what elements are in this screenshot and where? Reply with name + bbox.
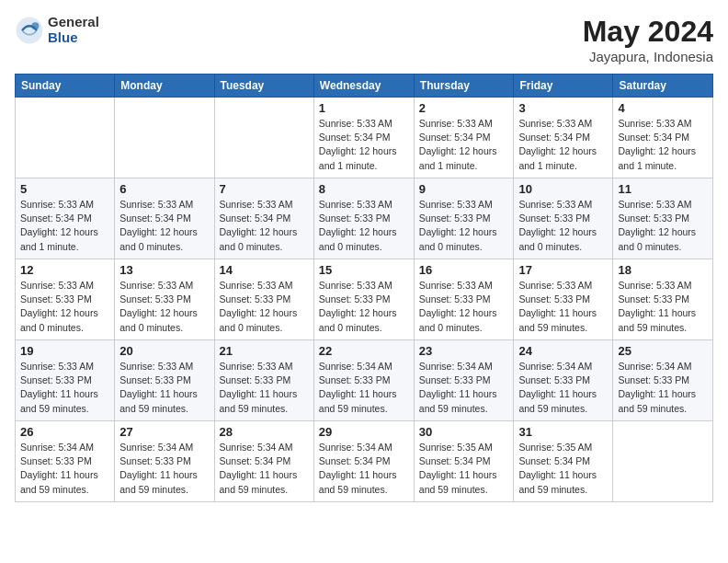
calendar-cell: 26Sunrise: 5:34 AM Sunset: 5:33 PM Dayli… <box>16 421 115 502</box>
day-number: 27 <box>119 425 209 439</box>
calendar-cell: 2Sunrise: 5:33 AM Sunset: 5:34 PM Daylig… <box>414 98 514 178</box>
svg-point-0 <box>17 17 43 43</box>
day-number: 12 <box>20 263 109 277</box>
day-number: 4 <box>618 101 708 115</box>
day-number: 21 <box>220 344 309 358</box>
day-number: 2 <box>419 101 509 115</box>
day-info: Sunrise: 5:34 AM Sunset: 5:33 PM Dayligh… <box>419 360 509 416</box>
logo-blue-text: Blue <box>48 30 99 46</box>
day-info: Sunrise: 5:33 AM Sunset: 5:33 PM Dayligh… <box>20 279 109 335</box>
day-info: Sunrise: 5:33 AM Sunset: 5:33 PM Dayligh… <box>618 198 708 254</box>
day-info: Sunrise: 5:33 AM Sunset: 5:33 PM Dayligh… <box>518 198 608 254</box>
day-info: Sunrise: 5:33 AM Sunset: 5:33 PM Dayligh… <box>20 360 109 416</box>
day-number: 14 <box>220 263 309 277</box>
day-number: 11 <box>618 182 708 196</box>
calendar-cell: 27Sunrise: 5:34 AM Sunset: 5:33 PM Dayli… <box>115 421 214 502</box>
day-number: 16 <box>419 263 509 277</box>
calendar-cell: 5Sunrise: 5:33 AM Sunset: 5:34 PM Daylig… <box>16 178 115 259</box>
day-number: 15 <box>319 263 409 277</box>
day-info: Sunrise: 5:33 AM Sunset: 5:34 PM Dayligh… <box>220 198 309 254</box>
day-info: Sunrise: 5:34 AM Sunset: 5:34 PM Dayligh… <box>220 441 309 497</box>
calendar-cell: 20Sunrise: 5:33 AM Sunset: 5:33 PM Dayli… <box>115 340 214 421</box>
calendar-cell: 30Sunrise: 5:35 AM Sunset: 5:34 PM Dayli… <box>414 421 514 502</box>
weekday-header-sunday: Sunday <box>16 75 115 98</box>
day-number: 31 <box>518 425 608 439</box>
calendar-cell: 12Sunrise: 5:33 AM Sunset: 5:33 PM Dayli… <box>16 259 115 340</box>
calendar-cell: 24Sunrise: 5:34 AM Sunset: 5:33 PM Dayli… <box>514 340 613 421</box>
day-info: Sunrise: 5:33 AM Sunset: 5:33 PM Dayligh… <box>220 279 309 335</box>
logo: General Blue <box>15 15 99 45</box>
day-number: 29 <box>319 425 409 439</box>
calendar-cell <box>115 98 214 178</box>
calendar-cell: 1Sunrise: 5:33 AM Sunset: 5:34 PM Daylig… <box>313 98 414 178</box>
calendar-cell: 11Sunrise: 5:33 AM Sunset: 5:33 PM Dayli… <box>613 178 713 259</box>
day-info: Sunrise: 5:33 AM Sunset: 5:33 PM Dayligh… <box>518 279 608 335</box>
day-info: Sunrise: 5:34 AM Sunset: 5:33 PM Dayligh… <box>518 360 608 416</box>
calendar-cell: 6Sunrise: 5:33 AM Sunset: 5:34 PM Daylig… <box>115 178 214 259</box>
calendar-cell: 10Sunrise: 5:33 AM Sunset: 5:33 PM Dayli… <box>514 178 613 259</box>
day-info: Sunrise: 5:33 AM Sunset: 5:33 PM Dayligh… <box>419 198 509 254</box>
weekday-header-wednesday: Wednesday <box>313 75 414 98</box>
day-info: Sunrise: 5:33 AM Sunset: 5:34 PM Dayligh… <box>618 117 708 173</box>
calendar-cell: 23Sunrise: 5:34 AM Sunset: 5:33 PM Dayli… <box>414 340 514 421</box>
day-number: 22 <box>319 344 409 358</box>
calendar-cell: 31Sunrise: 5:35 AM Sunset: 5:34 PM Dayli… <box>514 421 613 502</box>
day-number: 8 <box>319 182 409 196</box>
day-number: 6 <box>119 182 209 196</box>
logo-icon <box>15 16 44 45</box>
day-info: Sunrise: 5:33 AM Sunset: 5:33 PM Dayligh… <box>319 198 409 254</box>
day-number: 23 <box>419 344 509 358</box>
calendar-cell: 16Sunrise: 5:33 AM Sunset: 5:33 PM Dayli… <box>414 259 514 340</box>
day-info: Sunrise: 5:33 AM Sunset: 5:34 PM Dayligh… <box>20 198 109 254</box>
day-number: 7 <box>220 182 309 196</box>
location-subtitle: Jayapura, Indonesia <box>583 49 713 64</box>
calendar-cell: 4Sunrise: 5:33 AM Sunset: 5:34 PM Daylig… <box>613 98 713 178</box>
day-info: Sunrise: 5:33 AM Sunset: 5:33 PM Dayligh… <box>319 279 409 335</box>
day-info: Sunrise: 5:34 AM Sunset: 5:34 PM Dayligh… <box>319 441 409 497</box>
calendar-table: SundayMondayTuesdayWednesdayThursdayFrid… <box>15 74 713 502</box>
calendar-cell: 3Sunrise: 5:33 AM Sunset: 5:34 PM Daylig… <box>514 98 613 178</box>
day-number: 1 <box>319 101 409 115</box>
day-number: 5 <box>20 182 109 196</box>
weekday-header-tuesday: Tuesday <box>214 75 313 98</box>
week-row-1: 1Sunrise: 5:33 AM Sunset: 5:34 PM Daylig… <box>16 98 713 178</box>
day-info: Sunrise: 5:34 AM Sunset: 5:33 PM Dayligh… <box>119 441 209 497</box>
day-info: Sunrise: 5:35 AM Sunset: 5:34 PM Dayligh… <box>518 441 608 497</box>
weekday-header-friday: Friday <box>514 75 613 98</box>
day-info: Sunrise: 5:35 AM Sunset: 5:34 PM Dayligh… <box>419 441 509 497</box>
calendar-cell: 9Sunrise: 5:33 AM Sunset: 5:33 PM Daylig… <box>414 178 514 259</box>
calendar-cell: 15Sunrise: 5:33 AM Sunset: 5:33 PM Dayli… <box>313 259 414 340</box>
calendar-cell: 21Sunrise: 5:33 AM Sunset: 5:33 PM Dayli… <box>214 340 313 421</box>
week-row-2: 5Sunrise: 5:33 AM Sunset: 5:34 PM Daylig… <box>16 178 713 259</box>
day-number: 20 <box>119 344 209 358</box>
calendar-cell: 7Sunrise: 5:33 AM Sunset: 5:34 PM Daylig… <box>214 178 313 259</box>
day-number: 18 <box>618 263 708 277</box>
day-info: Sunrise: 5:33 AM Sunset: 5:34 PM Dayligh… <box>319 117 409 173</box>
calendar-cell <box>16 98 115 178</box>
day-info: Sunrise: 5:33 AM Sunset: 5:34 PM Dayligh… <box>518 117 608 173</box>
day-info: Sunrise: 5:33 AM Sunset: 5:33 PM Dayligh… <box>618 279 708 335</box>
calendar-cell <box>214 98 313 178</box>
calendar-cell: 18Sunrise: 5:33 AM Sunset: 5:33 PM Dayli… <box>613 259 713 340</box>
week-row-5: 26Sunrise: 5:34 AM Sunset: 5:33 PM Dayli… <box>16 421 713 502</box>
calendar-cell: 28Sunrise: 5:34 AM Sunset: 5:34 PM Dayli… <box>214 421 313 502</box>
day-info: Sunrise: 5:34 AM Sunset: 5:33 PM Dayligh… <box>319 360 409 416</box>
calendar-cell: 8Sunrise: 5:33 AM Sunset: 5:33 PM Daylig… <box>313 178 414 259</box>
day-number: 25 <box>618 344 708 358</box>
day-number: 9 <box>419 182 509 196</box>
day-number: 26 <box>20 425 109 439</box>
weekday-header-monday: Monday <box>115 75 214 98</box>
day-info: Sunrise: 5:34 AM Sunset: 5:33 PM Dayligh… <box>618 360 708 416</box>
week-row-4: 19Sunrise: 5:33 AM Sunset: 5:33 PM Dayli… <box>16 340 713 421</box>
day-info: Sunrise: 5:33 AM Sunset: 5:33 PM Dayligh… <box>220 360 309 416</box>
day-number: 10 <box>518 182 608 196</box>
day-number: 13 <box>119 263 209 277</box>
weekday-header-saturday: Saturday <box>613 75 713 98</box>
day-info: Sunrise: 5:34 AM Sunset: 5:33 PM Dayligh… <box>20 441 109 497</box>
calendar-cell: 25Sunrise: 5:34 AM Sunset: 5:33 PM Dayli… <box>613 340 713 421</box>
calendar-cell: 17Sunrise: 5:33 AM Sunset: 5:33 PM Dayli… <box>514 259 613 340</box>
weekday-header-thursday: Thursday <box>414 75 514 98</box>
month-year-title: May 2024 <box>583 15 713 49</box>
day-number: 17 <box>518 263 608 277</box>
calendar-cell: 14Sunrise: 5:33 AM Sunset: 5:33 PM Dayli… <box>214 259 313 340</box>
